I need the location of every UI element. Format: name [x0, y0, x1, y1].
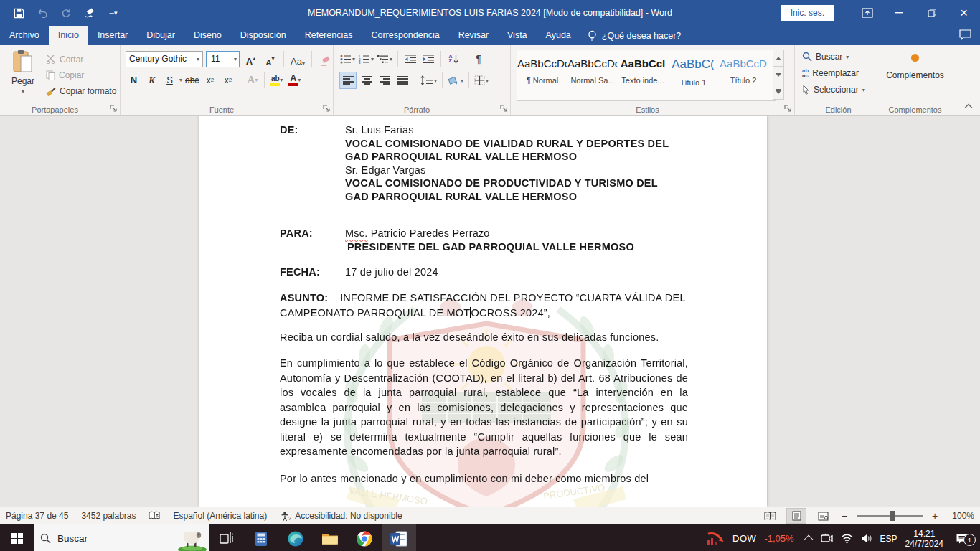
wifi-icon[interactable]: [841, 534, 853, 543]
shrink-font-button[interactable]: A▾: [262, 50, 278, 67]
shading-button[interactable]: ▾: [447, 72, 464, 88]
borders-button[interactable]: ▾: [473, 72, 489, 88]
tab-revisar[interactable]: Revisar: [449, 26, 498, 45]
shading-dropdown-icon[interactable]: ▾: [461, 77, 463, 84]
zoom-in-button[interactable]: +: [930, 510, 940, 522]
draw-eraser-icon[interactable]: [83, 6, 96, 19]
styles-scroll-up-icon[interactable]: [773, 50, 784, 67]
keyboard-language[interactable]: ESP: [880, 534, 897, 544]
select-dropdown-icon[interactable]: ▾: [862, 87, 865, 93]
paragraph-dialog-launcher-icon[interactable]: [500, 105, 508, 113]
tab-dibujar[interactable]: Dibujar: [137, 26, 184, 45]
tell-me-box[interactable]: ¿Qué desea hacer?: [580, 26, 689, 45]
underline-dropdown-icon[interactable]: ▾: [179, 77, 182, 83]
align-right-button[interactable]: [377, 72, 392, 88]
web-layout-icon[interactable]: [814, 509, 832, 523]
tab-diseno[interactable]: Diseño: [184, 26, 231, 45]
task-view-button[interactable]: [209, 524, 244, 551]
borders-dropdown-icon[interactable]: ▾: [486, 77, 489, 84]
meet-now-icon[interactable]: [821, 533, 833, 544]
document-content[interactable]: DE: Sr. Luis Farias VOCAL COMISIONADO DE…: [199, 116, 767, 486]
accessibility-status[interactable]: ? Accesibilidad: No disponible: [280, 511, 402, 522]
align-left-button[interactable]: [339, 72, 357, 89]
sort-button[interactable]: AZ: [446, 51, 461, 67]
restore-button[interactable]: [915, 0, 948, 26]
bullets-button[interactable]: ▾: [339, 51, 356, 67]
tab-ayuda[interactable]: Ayuda: [537, 26, 580, 45]
zoom-slider[interactable]: [857, 515, 923, 517]
ribbon-display-options-icon[interactable]: [851, 0, 883, 26]
select-button[interactable]: Seleccionar ▾: [802, 85, 865, 95]
line-spacing-dropdown-icon[interactable]: ▾: [434, 77, 437, 84]
line-spacing-button[interactable]: ▾: [420, 72, 438, 88]
numbering-button[interactable]: 123 ▾: [358, 51, 374, 67]
page-indicator[interactable]: Página 37 de 45: [6, 511, 68, 521]
style-titulo-1[interactable]: AaBbC( Título 1: [668, 50, 718, 100]
styles-more-icon[interactable]: [773, 83, 784, 100]
paste-button[interactable]: Pegar ▾: [4, 50, 42, 101]
font-size-select[interactable]: 11 ▾: [206, 51, 240, 67]
paste-dropdown-icon[interactable]: ▾: [22, 88, 24, 95]
show-marks-button[interactable]: ¶: [471, 51, 486, 67]
decrease-indent-button[interactable]: [402, 51, 418, 67]
close-button[interactable]: ×: [948, 0, 980, 26]
tab-referencias[interactable]: Referencias: [296, 26, 362, 45]
start-button[interactable]: [0, 524, 34, 551]
multilevel-list-button[interactable]: ▾: [377, 51, 393, 67]
word-button[interactable]: [382, 524, 416, 551]
stock-change[interactable]: -1,05%: [764, 533, 793, 544]
chrome-button[interactable]: [347, 524, 382, 551]
addins-button[interactable]: Complementos: [882, 54, 948, 80]
language-indicator[interactable]: Español (América latina): [173, 511, 267, 521]
underline-button[interactable]: S: [161, 71, 178, 89]
tab-archivo[interactable]: Archivo: [0, 26, 49, 45]
grow-font-button[interactable]: A▴: [242, 50, 259, 67]
font-family-select[interactable]: Century Gothic ▾: [126, 51, 203, 67]
taskbar-search[interactable]: Buscar: [34, 524, 209, 551]
superscript-button[interactable]: x2: [220, 71, 236, 89]
clipboard-dialog-launcher-icon[interactable]: [110, 105, 118, 113]
print-layout-icon[interactable]: [786, 508, 806, 524]
find-dropdown-icon[interactable]: ▾: [846, 54, 849, 60]
change-case-button[interactable]: Aa▾: [289, 50, 306, 67]
clear-formatting-icon[interactable]: [317, 50, 334, 67]
font-dialog-launcher-icon[interactable]: [323, 105, 331, 113]
minimize-button[interactable]: [883, 0, 915, 26]
zoom-out-button[interactable]: −: [839, 510, 849, 522]
multilevel-dropdown-icon[interactable]: ▾: [390, 56, 392, 62]
style-texto-inde[interactable]: AaBbCcI Texto inde...: [618, 50, 668, 100]
zoom-level[interactable]: 100%: [947, 511, 974, 521]
italic-button[interactable]: K: [143, 71, 160, 89]
document-page[interactable]: VALLE HERMOSO PRODUCTIVO DE: Sr. Luis Fa…: [199, 116, 767, 507]
find-button[interactable]: Buscar ▾: [802, 52, 849, 62]
increase-indent-button[interactable]: [420, 51, 436, 67]
document-area[interactable]: VALLE HERMOSO PRODUCTIVO DE: Sr. Luis Fa…: [0, 116, 980, 507]
sign-in-button[interactable]: Inic. ses.: [781, 5, 834, 21]
volume-icon[interactable]: [861, 534, 872, 543]
customize-qat-icon[interactable]: ─▾: [107, 6, 120, 19]
tab-insertar[interactable]: Insertar: [88, 26, 137, 45]
tray-expand-icon[interactable]: [806, 535, 813, 542]
notification-center-button[interactable]: 1: [951, 533, 973, 545]
calculator-button[interactable]: [244, 524, 278, 551]
style-normal[interactable]: AaBbCcDc ¶ Normal: [517, 50, 567, 100]
style-normal-sa[interactable]: AaBbCcDc Normal Sa...: [567, 50, 618, 100]
numbering-dropdown-icon[interactable]: ▾: [371, 56, 374, 62]
edge-button[interactable]: [278, 524, 313, 551]
bold-button[interactable]: N: [126, 71, 142, 89]
align-center-button[interactable]: [359, 72, 374, 88]
read-mode-icon[interactable]: [760, 509, 779, 523]
styles-scroll-down-icon[interactable]: [773, 67, 784, 83]
subscript-button[interactable]: x2: [202, 71, 218, 89]
font-size-dropdown-icon[interactable]: ▾: [234, 56, 237, 62]
widget-sheep-image[interactable]: [176, 526, 208, 551]
font-family-dropdown-icon[interactable]: ▾: [197, 56, 199, 62]
proofing-icon[interactable]: [149, 511, 160, 521]
tab-vista[interactable]: Vista: [498, 26, 537, 45]
format-painter-button[interactable]: Copiar formato: [46, 83, 116, 98]
stock-trend-icon[interactable]: [706, 531, 725, 547]
feedback-icon[interactable]: [959, 29, 971, 40]
zoom-slider-thumb[interactable]: [890, 511, 895, 521]
justify-button[interactable]: [395, 72, 410, 88]
styles-dialog-launcher-icon[interactable]: [784, 105, 792, 113]
